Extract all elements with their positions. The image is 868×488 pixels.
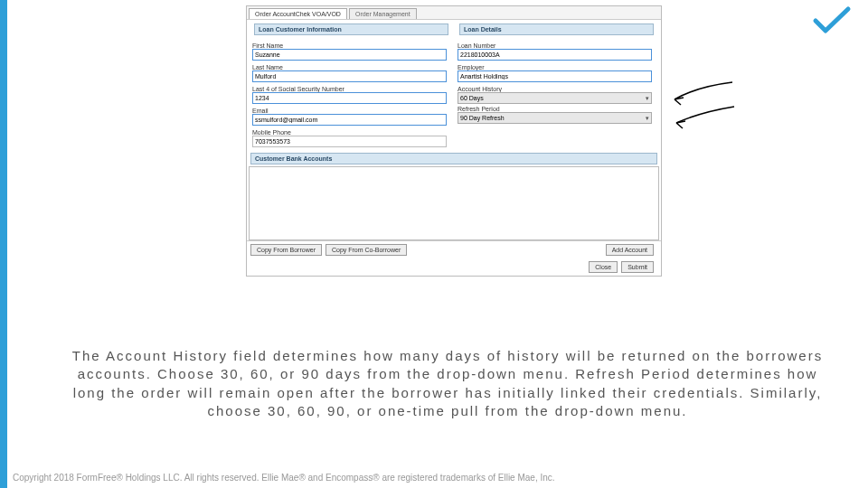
last-name-input[interactable] — [252, 70, 447, 82]
label-email: Email — [252, 108, 450, 114]
section-customer-info: Loan Customer Information — [254, 23, 448, 35]
app-window: Order AccountChek VOA/VOD Order Manageme… — [246, 5, 662, 277]
submit-button[interactable]: Submit — [621, 261, 654, 273]
email-input[interactable] — [252, 114, 447, 126]
checkmark-logo — [812, 5, 852, 36]
callout-arrows — [669, 78, 741, 141]
employer-input[interactable] — [458, 70, 652, 82]
label-employer: Employer — [458, 64, 656, 70]
loan-number-input[interactable] — [458, 49, 652, 61]
account-history-select[interactable]: 60 Days ▾ — [458, 92, 652, 104]
bank-accounts-list — [249, 166, 659, 240]
chevron-down-icon: ▾ — [646, 95, 649, 102]
copy-from-coborrower-button[interactable]: Copy From Co-Borrower — [326, 244, 407, 256]
ssn-input[interactable] — [252, 92, 447, 104]
slide-caption: The Account History field determines how… — [63, 347, 832, 420]
label-ssn: Last 4 of Social Security Number — [252, 86, 450, 92]
tab-bar: Order AccountChek VOA/VOD Order Manageme… — [247, 6, 661, 20]
section-bank-accounts: Customer Bank Accounts — [250, 153, 657, 164]
refresh-period-select[interactable]: 90 Day Refresh ▾ — [458, 112, 652, 124]
first-name-input[interactable] — [252, 49, 447, 61]
label-account-history: Account History — [458, 86, 656, 92]
label-loan-number: Loan Number — [458, 42, 656, 49]
add-account-button[interactable]: Add Account — [606, 244, 654, 256]
copyright-text: Copyright 2018 FormFree® Holdings LLC. A… — [13, 473, 555, 483]
section-loan-details: Loan Details — [459, 23, 654, 35]
label-last-name: Last Name — [252, 64, 450, 70]
chevron-down-icon: ▾ — [646, 115, 649, 122]
account-history-value: 60 Days — [460, 95, 484, 101]
label-phone: Mobile Phone — [252, 129, 450, 136]
label-first-name: First Name — [252, 42, 450, 49]
accent-bar — [0, 0, 7, 488]
phone-input[interactable] — [252, 136, 447, 147]
tab-order-accountchek[interactable]: Order AccountChek VOA/VOD — [249, 8, 347, 19]
refresh-period-value: 90 Day Refresh — [460, 115, 505, 121]
tab-order-management[interactable]: Order Management — [349, 8, 417, 19]
label-refresh-period: Refresh Period — [458, 106, 656, 112]
copy-from-borrower-button[interactable]: Copy From Borrower — [250, 244, 322, 256]
close-button[interactable]: Close — [589, 261, 618, 273]
